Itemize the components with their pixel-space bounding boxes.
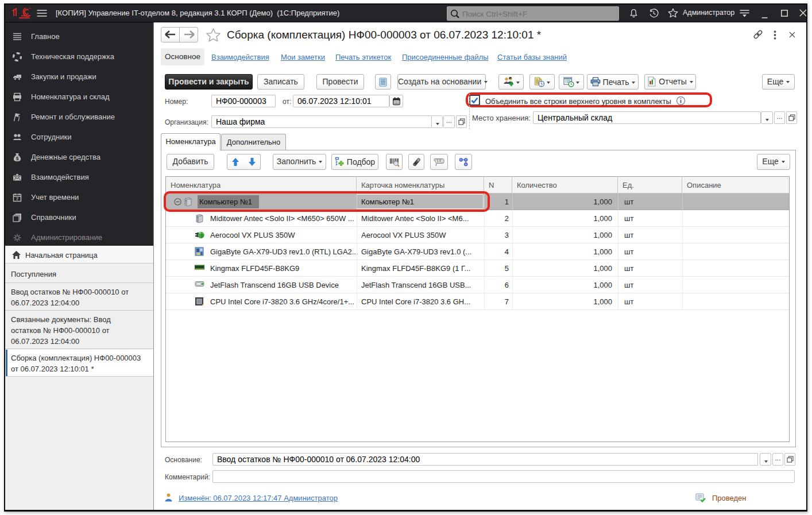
svg-text:$: $ — [16, 156, 19, 161]
svg-text:0-9: 0-9 — [437, 159, 441, 162]
svg-text:7: 7 — [16, 196, 19, 202]
